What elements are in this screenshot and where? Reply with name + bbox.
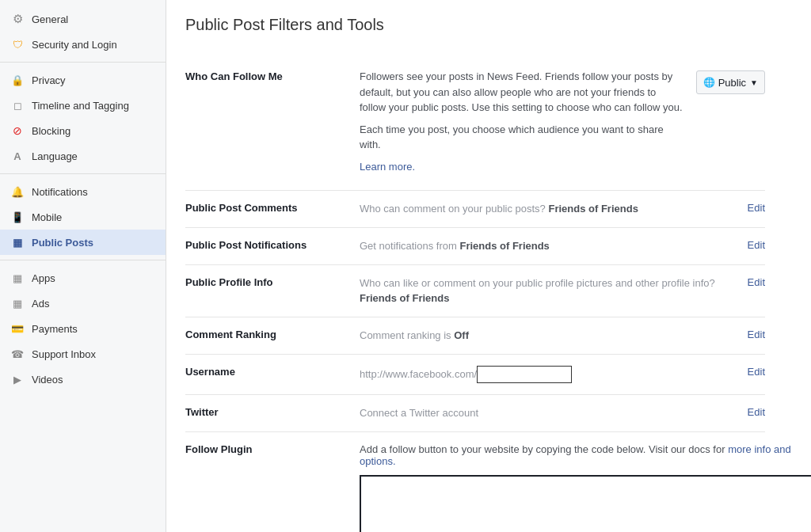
- public-post-notifications-label: Public Post Notifications: [185, 239, 360, 251]
- sidebar-item-label: Language: [32, 150, 78, 162]
- notifications-icon: 🔔: [10, 184, 25, 200]
- sidebar: ⚙ General 🛡 Security and Login 🔒 Privacy…: [0, 0, 166, 532]
- mobile-icon: 📱: [10, 209, 25, 225]
- main-content: Public Post Filters and Tools Who Can Fo…: [166, 0, 811, 532]
- sidebar-item-language[interactable]: A Language: [0, 143, 166, 169]
- follow-desc-2: Each time you post, you choose which aud…: [360, 122, 683, 153]
- blocking-icon: ⊘: [10, 123, 25, 139]
- username-edit[interactable]: Edit: [748, 366, 765, 378]
- follow-plugin-desc-prefix: Add a follow button to your website by c…: [360, 443, 725, 455]
- sidebar-item-label: Videos: [32, 374, 63, 386]
- sidebar-item-label: Timeline and Tagging: [32, 100, 129, 112]
- sidebar-item-security[interactable]: 🛡 Security and Login: [0, 32, 166, 57]
- public-post-comments-edit[interactable]: Edit: [748, 202, 765, 214]
- sidebar-divider-2: [0, 173, 166, 174]
- sidebar-item-label: General: [32, 13, 68, 25]
- sidebar-item-timeline[interactable]: ◻ Timeline and Tagging: [0, 93, 166, 118]
- sidebar-divider-3: [0, 260, 166, 260]
- twitter-content: Connect a Twitter account: [360, 406, 718, 420]
- sidebar-item-label: Public Posts: [32, 237, 93, 249]
- username-label: Username: [185, 366, 360, 378]
- follow-plugin-code-textarea[interactable]: [360, 475, 811, 532]
- security-icon: 🛡: [10, 36, 25, 52]
- follow-plugin-label: Follow Plugin: [185, 443, 360, 455]
- who-can-follow-description: Followers see your posts in News Feed. F…: [360, 69, 683, 174]
- sidebar-item-label: Support Inbox: [32, 348, 96, 360]
- public-post-comments-value: Friends of Friends: [548, 203, 638, 215]
- sidebar-item-support-inbox[interactable]: ☎ Support Inbox: [0, 341, 166, 367]
- sidebar-item-public-posts[interactable]: ▦ Public Posts: [0, 230, 166, 255]
- comment-ranking-row: Comment Ranking Comment ranking is Off E…: [185, 317, 765, 354]
- public-post-notifications-row: Public Post Notifications Get notificati…: [185, 227, 765, 264]
- comment-ranking-edit[interactable]: Edit: [748, 329, 765, 340]
- public-profile-info-label: Public Profile Info: [185, 276, 360, 288]
- privacy-icon: 🔒: [10, 72, 25, 88]
- sidebar-item-label: Notifications: [32, 186, 88, 198]
- sidebar-item-label: Payments: [32, 323, 78, 335]
- sidebar-item-privacy[interactable]: 🔒 Privacy: [0, 67, 166, 93]
- username-input[interactable]: [477, 366, 572, 383]
- globe-icon: 🌐: [703, 77, 715, 88]
- settings-rows: Public Post Comments Who can comment on …: [185, 191, 765, 431]
- sidebar-group-mid: 🔒 Privacy ◻ Timeline and Tagging ⊘ Block…: [0, 67, 166, 169]
- sidebar-item-label: Blocking: [32, 125, 70, 137]
- username-row: Username http://www.facebook.com/ Edit: [185, 354, 765, 394]
- sidebar-item-apps[interactable]: ▦ Apps: [0, 265, 166, 291]
- public-profile-info-value: Friends of Friends: [360, 292, 449, 304]
- sidebar-item-notifications[interactable]: 🔔 Notifications: [0, 179, 166, 204]
- public-post-comments-row: Public Post Comments Who can comment on …: [185, 191, 765, 227]
- videos-icon: ▶: [10, 371, 25, 387]
- public-profile-info-row: Public Profile Info Who can like or comm…: [185, 264, 765, 316]
- twitter-label: Twitter: [185, 406, 360, 418]
- follow-plugin-content: Add a follow button to your website by c…: [360, 443, 811, 532]
- follow-plugin-description: Add a follow button to your website by c…: [360, 443, 811, 467]
- public-post-notifications-edit[interactable]: Edit: [748, 239, 765, 251]
- comment-ranking-content: Comment ranking is Off: [360, 329, 718, 343]
- sidebar-group-top: ⚙ General 🛡 Security and Login: [0, 6, 166, 57]
- payments-icon: 💳: [10, 321, 25, 336]
- dropdown-label: Public: [718, 77, 746, 89]
- public-posts-icon: ▦: [10, 234, 25, 250]
- sidebar-item-payments[interactable]: 💳 Payments: [0, 316, 166, 341]
- public-post-notifications-value: Friends of Friends: [459, 240, 549, 252]
- sidebar-group-bottom: ▦ Apps ▦ Ads 💳 Payments ☎ Support Inbox …: [0, 265, 166, 392]
- who-can-follow-section: Who Can Follow Me Followers see your pos…: [185, 58, 765, 191]
- public-post-comments-content: Who can comment on your public posts? Fr…: [360, 202, 718, 216]
- comment-ranking-label: Comment Ranking: [185, 329, 360, 340]
- sidebar-divider-1: [0, 62, 166, 63]
- who-can-follow-label: Who Can Follow Me: [185, 69, 360, 82]
- username-input-row: http://www.facebook.com/: [360, 366, 718, 383]
- support-icon: ☎: [10, 346, 25, 362]
- sidebar-item-label: Ads: [32, 298, 49, 310]
- sidebar-item-label: Apps: [32, 272, 55, 284]
- apps-icon: ▦: [10, 270, 25, 286]
- twitter-edit[interactable]: Edit: [748, 406, 765, 418]
- public-post-notifications-prefix: Get notifications from: [360, 240, 457, 252]
- sidebar-item-label: Privacy: [32, 74, 66, 86]
- gear-icon: ⚙: [10, 11, 25, 27]
- sidebar-item-mobile[interactable]: 📱 Mobile: [0, 204, 166, 230]
- twitter-row: Twitter Connect a Twitter account Edit: [185, 394, 765, 431]
- public-post-notifications-content: Get notifications from Friends of Friend…: [360, 239, 718, 253]
- public-profile-info-content: Who can like or comment on your public p…: [360, 276, 718, 305]
- sidebar-group-notifications: 🔔 Notifications 📱 Mobile ▦ Public Posts: [0, 179, 166, 255]
- public-profile-info-prefix: Who can like or comment on your public p…: [360, 277, 715, 289]
- sidebar-item-videos[interactable]: ▶ Videos: [0, 367, 166, 392]
- language-icon: A: [10, 148, 25, 164]
- ads-icon: ▦: [10, 295, 25, 311]
- sidebar-item-label: Security and Login: [32, 39, 117, 51]
- comment-ranking-prefix: Comment ranking is: [360, 329, 454, 341]
- public-post-comments-label: Public Post Comments: [185, 202, 360, 214]
- public-profile-info-edit[interactable]: Edit: [748, 276, 765, 288]
- sidebar-item-blocking[interactable]: ⊘ Blocking: [0, 118, 166, 143]
- learn-more-link[interactable]: Learn more.: [360, 161, 415, 173]
- chevron-down-icon: ▼: [750, 78, 758, 87]
- username-content: http://www.facebook.com/: [360, 366, 718, 383]
- timeline-icon: ◻: [10, 97, 25, 113]
- sidebar-item-ads[interactable]: ▦ Ads: [0, 291, 166, 316]
- sidebar-item-general[interactable]: ⚙ General: [0, 6, 166, 32]
- who-can-follow-dropdown[interactable]: 🌐 Public ▼: [696, 70, 765, 94]
- comment-ranking-value: Off: [454, 329, 469, 341]
- follow-plugin-section: Follow Plugin Add a follow button to you…: [185, 431, 765, 532]
- public-post-comments-prefix: Who can comment on your public posts?: [360, 203, 546, 215]
